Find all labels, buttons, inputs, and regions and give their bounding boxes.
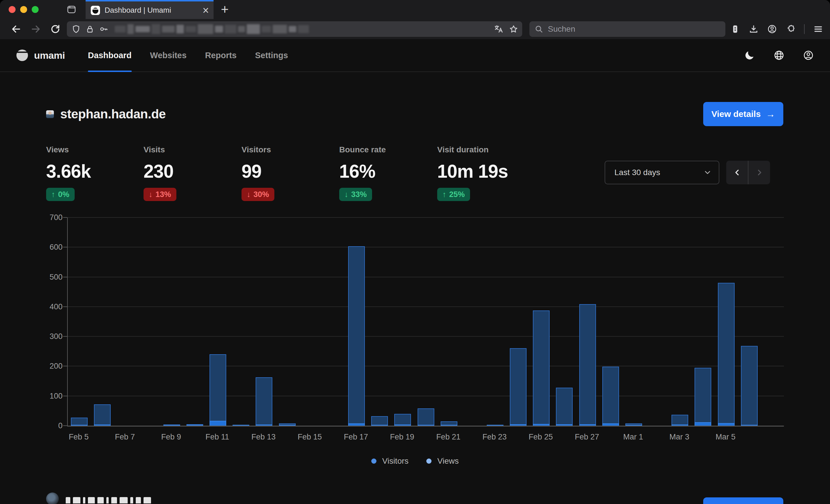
x-axis-label: Mar 5: [705, 433, 746, 441]
language-globe-icon[interactable]: [773, 50, 785, 61]
visitors-bar-Feb-5[interactable]: [71, 425, 88, 426]
umami-logo-icon: [16, 49, 28, 61]
bookmark-star-icon[interactable]: [509, 25, 518, 34]
url-bar[interactable]: [67, 21, 522, 37]
views-bar-Feb-27[interactable]: [579, 304, 596, 426]
new-tab-button[interactable]: +: [218, 2, 232, 16]
visitors-bar-Feb-25[interactable]: [533, 424, 550, 426]
downloads-icon[interactable]: [749, 24, 759, 34]
extensions-puzzle-icon[interactable]: [786, 24, 795, 34]
views-bar-Mar-3[interactable]: [671, 415, 688, 426]
metric-value: 10m 19s: [437, 161, 532, 182]
views-bar-Feb-19[interactable]: [394, 414, 411, 426]
views-bar-Feb-13[interactable]: [256, 377, 272, 426]
x-axis-label: Feb 23: [474, 433, 515, 441]
views-bar-Feb-5[interactable]: [71, 417, 88, 426]
legend-item-views[interactable]: Views: [426, 457, 459, 466]
visitors-bar-Mar-6[interactable]: [741, 425, 758, 426]
views-bar-Feb-11[interactable]: [210, 354, 226, 426]
browser-window: Dashboard | Umami × +: [0, 0, 830, 504]
visitors-bar-Feb-17[interactable]: [348, 423, 365, 426]
tab-close-icon[interactable]: ×: [202, 5, 209, 16]
website-favicon: [46, 110, 54, 118]
legend-label: Views: [438, 457, 459, 466]
view-details-button[interactable]: View details →: [703, 102, 783, 126]
umami-brand[interactable]: umami: [16, 49, 65, 61]
account-icon[interactable]: [767, 24, 777, 34]
legend-dot-icon: [426, 459, 432, 464]
views-bar-Feb-6[interactable]: [94, 404, 111, 426]
x-axis-label: Feb 17: [336, 433, 376, 441]
visitors-bar-Feb-23[interactable]: [487, 425, 504, 426]
visitors-bar-Feb-24[interactable]: [510, 424, 526, 426]
views-bar-Mar-6[interactable]: [741, 346, 758, 426]
visitors-bar-Feb-27[interactable]: [579, 424, 596, 426]
metric-value: 99: [242, 161, 337, 182]
nav-item-reports[interactable]: Reports: [205, 39, 236, 71]
key-icon[interactable]: [99, 25, 108, 34]
chevron-left-icon: [733, 168, 742, 177]
profile-icon[interactable]: [803, 50, 814, 61]
chart-gridline: [68, 217, 784, 218]
nav-item-dashboard[interactable]: Dashboard: [88, 39, 131, 71]
visitors-bar-Feb-28[interactable]: [602, 423, 619, 426]
minimize-window-button[interactable]: [20, 6, 27, 13]
arrow-right-icon: →: [766, 109, 775, 120]
views-bar-Feb-26[interactable]: [556, 388, 573, 426]
search-input[interactable]: [547, 24, 704, 34]
visitors-bar-Feb-9[interactable]: [163, 425, 180, 426]
close-window-button[interactable]: [9, 6, 15, 13]
app-menu-icon[interactable]: [813, 24, 823, 34]
x-axis-label: Mar 3: [659, 433, 699, 441]
visitors-bar-Feb-12[interactable]: [232, 425, 249, 426]
y-axis-tick: [63, 366, 67, 366]
search-bar[interactable]: [530, 21, 725, 37]
visitors-bar-Feb-10[interactable]: [187, 425, 203, 426]
translate-icon[interactable]: [494, 25, 503, 34]
firefox-view-icon[interactable]: [67, 5, 76, 14]
y-axis-label: 300: [42, 332, 63, 341]
back-icon[interactable]: [11, 24, 21, 34]
visitors-bar-Mar-1[interactable]: [626, 425, 642, 426]
views-bar-Feb-20[interactable]: [418, 408, 434, 426]
visitors-bar-Mar-5[interactable]: [718, 423, 735, 426]
y-axis-tick: [63, 217, 67, 218]
nav-item-settings[interactable]: Settings: [255, 39, 288, 71]
visitors-bar-Feb-21[interactable]: [441, 425, 457, 426]
toolbar-right-icons: [730, 19, 823, 39]
legend-item-visitors[interactable]: Visitors: [371, 457, 408, 466]
views-bar-Feb-17[interactable]: [348, 246, 365, 426]
password-manager-extension-icon[interactable]: [730, 24, 740, 34]
visitors-bar-Feb-13[interactable]: [256, 425, 272, 426]
views-bar-Feb-25[interactable]: [533, 310, 550, 426]
reload-icon[interactable]: [50, 24, 61, 34]
visitors-bar-Feb-6[interactable]: [94, 425, 111, 426]
lock-icon[interactable]: [85, 25, 95, 34]
visitors-bar-Feb-26[interactable]: [556, 424, 573, 426]
date-range-select[interactable]: Last 30 days: [605, 161, 719, 184]
next-view-details-button-cutoff[interactable]: [703, 497, 783, 504]
nav-item-websites[interactable]: Websites: [150, 39, 187, 71]
tab-dashboard-umami[interactable]: Dashboard | Umami ×: [86, 0, 214, 19]
views-bar-Feb-18[interactable]: [371, 416, 388, 426]
zoom-window-button[interactable]: [32, 6, 39, 13]
views-bar-Feb-28[interactable]: [602, 367, 619, 426]
next-period-button[interactable]: [748, 161, 770, 184]
visitors-bar-Feb-11[interactable]: [210, 421, 226, 426]
y-axis-tick: [63, 277, 67, 277]
views-bar-Mar-5[interactable]: [718, 283, 735, 426]
forward-icon[interactable]: [31, 24, 41, 34]
tracking-shield-icon[interactable]: [71, 25, 81, 34]
visitors-bar-Feb-18[interactable]: [371, 425, 388, 426]
visitors-bar-Feb-14[interactable]: [279, 425, 296, 426]
visitors-bar-Mar-4[interactable]: [695, 422, 711, 426]
theme-moon-icon[interactable]: [744, 50, 755, 61]
visitors-bar-Feb-20[interactable]: [418, 425, 434, 426]
visitors-bar-Feb-19[interactable]: [394, 425, 411, 426]
y-axis-tick: [63, 396, 67, 396]
views-bar-Feb-24[interactable]: [510, 348, 526, 426]
chevron-down-icon: [703, 168, 712, 177]
views-bar-Mar-4[interactable]: [695, 368, 711, 426]
previous-period-button[interactable]: [726, 161, 748, 184]
visitors-bar-Mar-3[interactable]: [671, 425, 688, 426]
